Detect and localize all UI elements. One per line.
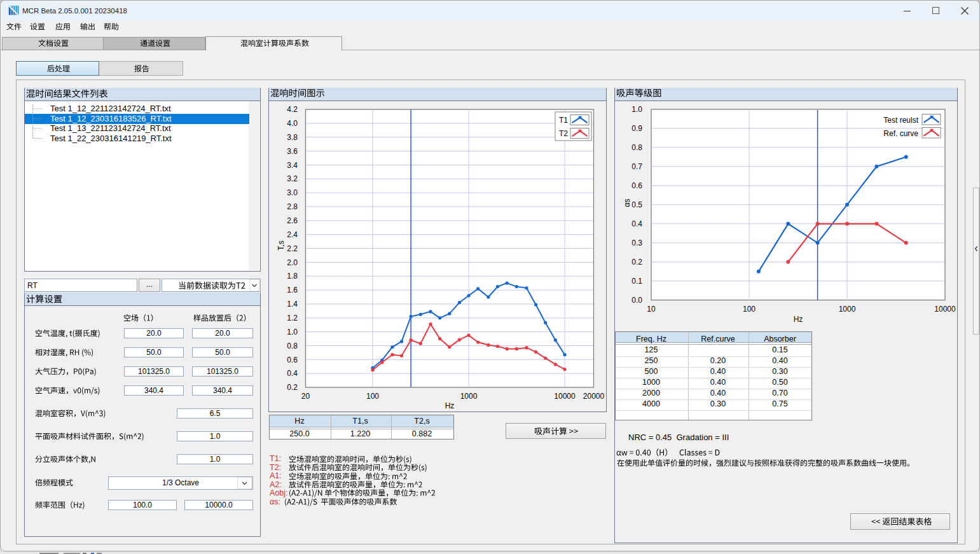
svg-text:2.8: 2.8 [287,202,298,211]
svg-text:10000: 10000 [554,392,576,401]
svg-text:0.5: 0.5 [631,200,642,209]
svg-text:1.4: 1.4 [287,300,298,308]
svg-text:100: 100 [366,392,379,401]
svg-text:0.2: 0.2 [287,383,298,392]
svg-text:0.6: 0.6 [287,356,298,364]
svg-text:0.8: 0.8 [631,143,642,152]
svg-text:1000: 1000 [839,305,856,314]
svg-text:3.0: 3.0 [287,188,298,197]
svg-text:αs: αs [623,199,631,207]
svg-text:Hz: Hz [445,401,455,410]
svg-text:20000: 20000 [583,392,605,401]
svg-text:10: 10 [647,305,656,314]
svg-text:10000: 10000 [934,305,956,314]
svg-text:2.0: 2.0 [287,258,298,267]
svg-text:1.2: 1.2 [287,314,298,322]
svg-text:0.4: 0.4 [287,369,298,378]
svg-text:0.6: 0.6 [631,181,642,190]
svg-text:0.0: 0.0 [631,296,642,305]
svg-text:0.2: 0.2 [631,258,642,267]
svg-text:T1: T1 [559,116,568,125]
svg-text:0.3: 0.3 [631,239,642,247]
svg-text:0.8: 0.8 [287,342,298,350]
svg-text:0.1: 0.1 [631,277,642,286]
svg-text:1.0: 1.0 [287,328,298,336]
svg-text:3.4: 3.4 [287,161,298,170]
svg-text:0.4: 0.4 [631,219,642,228]
svg-text:2.4: 2.4 [287,230,298,239]
svg-text:1.6: 1.6 [287,286,298,294]
svg-text:4.0: 4.0 [287,119,298,128]
svg-text:0.7: 0.7 [631,162,642,171]
svg-text:1.0: 1.0 [631,105,642,114]
svg-text:0.9: 0.9 [631,124,642,133]
svg-text:2.2: 2.2 [287,244,298,253]
svg-text:3.6: 3.6 [287,147,298,156]
svg-text:1000: 1000 [460,392,478,401]
svg-text:3.8: 3.8 [287,133,298,142]
svg-text:3.2: 3.2 [287,174,298,183]
svg-text:2.6: 2.6 [287,216,298,225]
svg-text:T,s: T,s [277,240,286,250]
svg-text:Ref. curve: Ref. curve [883,129,918,138]
svg-text:1.8: 1.8 [287,272,298,280]
svg-text:Test reulst: Test reulst [883,116,918,125]
svg-text:20: 20 [301,392,310,401]
svg-text:T2: T2 [559,129,568,138]
svg-text:4.2: 4.2 [287,105,298,114]
svg-text:100: 100 [743,305,756,314]
svg-text:Hz: Hz [794,315,803,324]
